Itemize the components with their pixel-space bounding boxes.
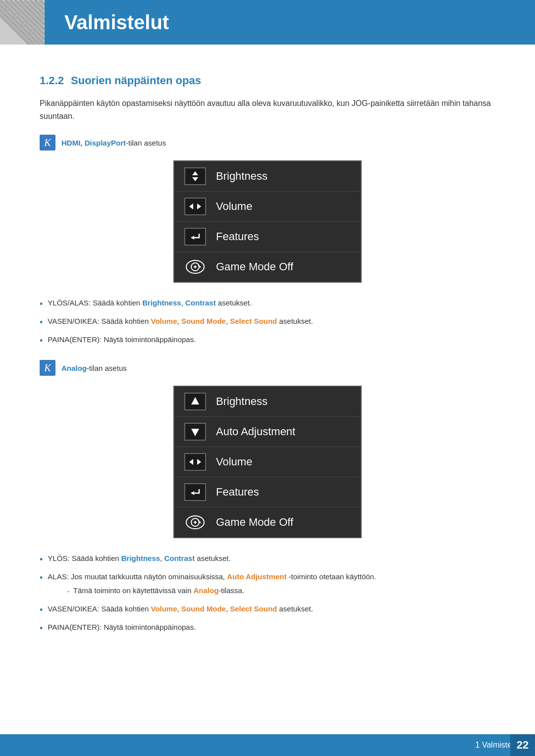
intro-text: Pikanäppäinten käytön opastamiseksi näyt… — [40, 97, 495, 122]
svg-marker-18 — [197, 203, 201, 209]
analog-brightness-label: Brightness — [216, 395, 268, 408]
svg-point-25 — [200, 266, 201, 268]
svg-marker-30 — [189, 459, 193, 465]
analog-osd-menu: Brightness Auto Adjustment — [173, 386, 362, 538]
section-title: 1.2.2 Suorien näppäinten opas — [40, 74, 495, 87]
svg-point-37 — [198, 520, 200, 522]
hdmi-bullet-list: • YLÖS/ALAS: Säädä kohtien Brightness, C… — [40, 298, 495, 348]
svg-text:K: K — [44, 362, 52, 373]
volume-icon — [184, 198, 206, 215]
page-footer: 1 Valmistelut 22 — [0, 734, 535, 756]
svg-marker-15 — [192, 171, 198, 175]
up-arrow-icon — [184, 393, 206, 410]
analog-osd-row-auto: Auto Adjustment — [174, 417, 361, 447]
hdmi-suffix: -tilan asetus — [126, 139, 166, 147]
features-icon-2 — [184, 483, 206, 501]
down-arrow-icon — [184, 423, 206, 441]
analog-note: K Analog-tilan asetus — [40, 360, 495, 376]
analog-osd-row-brightness: Brightness — [174, 387, 361, 417]
analog-features-label: Features — [216, 486, 259, 499]
analog-gamemode-label: Game Mode Off — [216, 516, 293, 529]
svg-marker-17 — [189, 203, 193, 209]
bullet-item: • PAINA(ENTER): Näytä toimintonäppäinopa… — [40, 334, 495, 348]
volume-icon-2 — [184, 453, 206, 471]
gamepad-icon-2 — [184, 513, 206, 531]
footer-page-number: 22 — [510, 734, 535, 756]
chapter-title-box: Valmistelut — [45, 0, 535, 45]
bullet-item: • YLÖS: Säädä kohtien Brightness, Contra… — [40, 553, 495, 566]
osd-volume-label: Volume — [216, 200, 252, 213]
svg-point-24 — [198, 265, 200, 266]
analog-auto-label: Auto Adjustment — [216, 425, 295, 438]
content: 1.2.2 Suorien näppäinten opas Pikanäppäi… — [0, 74, 535, 677]
features-icon — [184, 228, 206, 246]
sub-bullet-list: ▪ Tämä toiminto on käytettävissä vain An… — [67, 585, 376, 597]
svg-text:K: K — [44, 137, 52, 148]
note-icon: K — [40, 135, 55, 151]
analog-volume-label: Volume — [216, 455, 252, 468]
hdmi-note: K HDMI, DisplayPort-tilan asetus — [40, 135, 495, 151]
analog-highlight: Analog — [61, 364, 87, 372]
page: 1 Valmistelut 1.2.2 Suorien näppäinten o… — [0, 0, 535, 756]
corner-pattern — [0, 0, 45, 45]
osd-gamemode-label: Game Mode Off — [216, 260, 293, 273]
bullet-item: • VASEN/OIKEA: Säädä kohtien Volume, Sou… — [40, 604, 495, 617]
svg-marker-19 — [191, 236, 194, 240]
osd-row-brightness: Brightness — [174, 161, 361, 192]
bullet-item: • VASEN/OIKEA: Säädä kohtien Volume, Sou… — [40, 316, 495, 329]
sub-bullet-item: ▪ Tämä toiminto on käytettävissä vain An… — [67, 585, 376, 597]
osd-brightness-label: Brightness — [216, 170, 268, 183]
hdmi-note-text: HDMI, DisplayPort-tilan asetus — [61, 139, 166, 147]
section-title-text: Suorien näppäinten opas — [71, 74, 201, 87]
analog-osd-row-gamemode: Game Mode Off — [174, 507, 361, 537]
svg-marker-32 — [191, 491, 194, 495]
brightness-icon — [184, 167, 206, 185]
analog-osd-row-features: Features — [174, 477, 361, 507]
note-icon-2: K — [40, 360, 55, 376]
chapter-header: 1 Valmistelut — [0, 0, 535, 45]
osd-row-volume: Volume — [174, 192, 361, 222]
svg-marker-28 — [191, 397, 199, 404]
analog-note-text: Analog-tilan asetus — [61, 364, 127, 372]
analog-osd-row-volume: Volume — [174, 447, 361, 477]
osd-row-gamemode: Game Mode Off — [174, 252, 361, 282]
svg-marker-29 — [191, 429, 199, 436]
analog-bullet-list: • YLÖS: Säädä kohtien Brightness, Contra… — [40, 553, 495, 635]
section-number: 1.2.2 — [40, 74, 64, 87]
svg-marker-31 — [197, 459, 201, 465]
svg-point-38 — [200, 522, 201, 523]
hdmi-osd-menu: Brightness Volume — [173, 160, 362, 283]
bullet-item: • YLÖS/ALAS: Säädä kohtien Brightness, C… — [40, 298, 495, 311]
svg-marker-16 — [192, 177, 198, 181]
bullet-item: • PAINA(ENTER): Näytä toimintonäppäinopa… — [40, 622, 495, 635]
gamepad-icon — [184, 258, 206, 276]
osd-row-features: Features — [174, 222, 361, 252]
osd-features-label: Features — [216, 230, 259, 243]
hdmi-highlight: HDMI, DisplayPort — [61, 139, 126, 147]
chapter-title: Valmistelut — [64, 11, 169, 34]
bullet-item: • ALAS: Jos muutat tarkkuutta näytön omi… — [40, 571, 495, 599]
analog-suffix: -tilan asetus — [87, 364, 127, 372]
